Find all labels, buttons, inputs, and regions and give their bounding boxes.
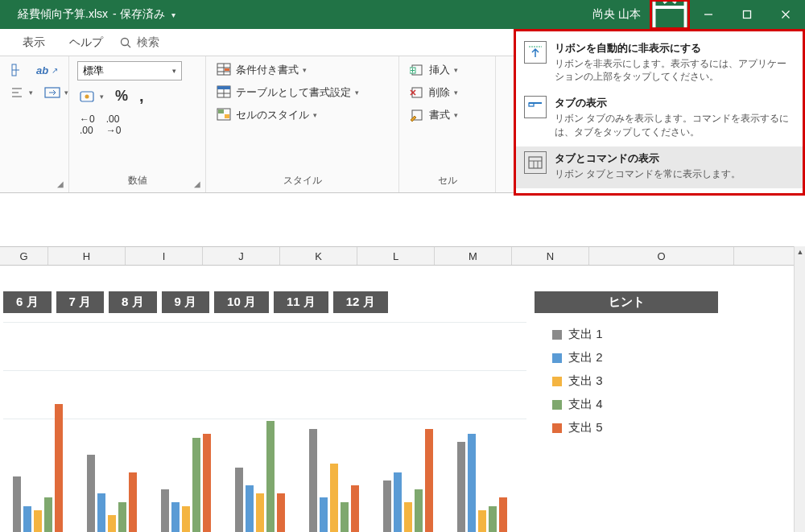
number-format-value: 標準: [83, 64, 104, 78]
col-header-G[interactable]: G: [0, 247, 48, 265]
col-header-K[interactable]: K: [280, 247, 357, 265]
month-9: 9 月: [162, 291, 210, 313]
tab-help[interactable]: ヘルプ: [61, 31, 111, 55]
cell-styles-button[interactable]: セルのスタイル▾: [214, 106, 320, 124]
close-button[interactable]: [766, 0, 805, 29]
svg-rect-28: [217, 86, 230, 89]
insert-label: 挿入: [429, 63, 450, 77]
vertical-scrollbar[interactable]: ▲: [794, 246, 805, 532]
accounting-format-button[interactable]: ▾: [77, 88, 106, 105]
menu-show-tabs-commands[interactable]: タブとコマンドの表示 リボン タブとコマンドを常に表示します。: [516, 146, 803, 188]
increase-decimal-icon: ←0.00: [80, 113, 95, 136]
menu-auto-hide-ribbon[interactable]: リボンを自動的に非表示にする リボンを非表示にします。表示するには、アプリケーシ…: [516, 36, 803, 91]
legend-label-3: 支出 3: [568, 373, 603, 389]
menu-show-tabs-commands-desc: リボン タブとコマンドを常に表示します。: [555, 167, 741, 180]
bar: [394, 472, 402, 532]
dialog-launcher-icon[interactable]: ◢: [57, 179, 64, 188]
month-12: 12 月: [333, 291, 388, 313]
bar: [489, 506, 497, 532]
bar: [351, 485, 359, 532]
chevron-down-icon: ▾: [172, 67, 176, 75]
orientation-icon: ab: [36, 64, 48, 76]
bar: [235, 468, 243, 532]
bar: [309, 429, 317, 532]
format-as-table-button[interactable]: テーブルとして書式設定▾: [214, 84, 361, 101]
svg-rect-26: [225, 68, 229, 71]
title-dropdown-icon[interactable]: ▾: [171, 10, 175, 19]
cell-styles-label: セルのスタイル: [236, 108, 309, 122]
maximize-button[interactable]: [728, 0, 766, 29]
search-label: 検索: [137, 35, 159, 50]
svg-rect-33: [225, 114, 229, 118]
col-header-O[interactable]: O: [589, 247, 734, 265]
delete-cells-button[interactable]: 削除▾: [407, 84, 460, 101]
group-label-styles: スタイル: [283, 175, 322, 186]
cond-fmt-label: 条件付き書式: [236, 63, 299, 77]
bar: [182, 506, 190, 532]
dialog-launcher-icon[interactable]: ◢: [194, 179, 200, 188]
search-icon: [119, 36, 132, 49]
merge-icon: [44, 86, 60, 99]
merge-button[interactable]: ▾: [42, 85, 71, 101]
menu-show-tabs-title: タブの表示: [555, 96, 793, 110]
menu-show-tabs[interactable]: タブの表示 リボン タブのみを表示します。コマンドを表示するには、タブをタップし…: [516, 91, 803, 146]
cell-styles-icon: [217, 108, 233, 122]
chart-plot-area: [3, 322, 526, 532]
maximize-icon: [741, 9, 753, 20]
number-format-combo[interactable]: 標準 ▾: [77, 61, 182, 80]
bar: [44, 497, 52, 532]
bar: [320, 497, 328, 532]
group-alignment-partial: ab ↗ ▾ ▾ ◢: [0, 56, 69, 192]
col-header-N[interactable]: N: [512, 247, 589, 265]
tab-view[interactable]: 表示: [14, 31, 53, 55]
bar: [161, 489, 169, 532]
chart[interactable]: 6 月 7 月 8 月 9 月 10 月 11 月 12 月 ヒント 支出 1 …: [0, 282, 794, 532]
titlebar: 経費傾向予算.xlsx - 保存済み ▾ 尚央 山本: [0, 0, 805, 29]
col-header-M[interactable]: M: [435, 247, 512, 265]
increase-decimal-button[interactable]: ←0.00: [77, 112, 97, 138]
orientation-button[interactable]: ab ↗: [34, 63, 60, 78]
col-header-J[interactable]: J: [203, 247, 280, 265]
percent-button[interactable]: %: [113, 86, 130, 106]
show-tabs-commands-icon: [524, 151, 547, 174]
scroll-up-icon[interactable]: ▲: [795, 246, 805, 258]
format-cells-button[interactable]: 書式▾: [407, 106, 460, 124]
bar: [330, 464, 338, 532]
file-name: 経費傾向予算.xlsx: [0, 7, 108, 22]
delete-label: 削除: [429, 85, 450, 100]
format-table-icon: [217, 85, 233, 100]
legend-swatch-5: [552, 423, 562, 433]
user-name[interactable]: 尚央 山本: [592, 7, 641, 22]
insert-cells-button[interactable]: 挿入▾: [407, 61, 460, 79]
bar: [13, 476, 21, 532]
hint-header: ヒント: [535, 291, 718, 313]
bar: [404, 502, 412, 532]
menu-auto-hide-desc: リボンを非表示にします。表示するには、アプリケーションの上部をタップしてください…: [555, 57, 793, 83]
col-header-H[interactable]: H: [48, 247, 126, 265]
bar: [129, 472, 137, 532]
bar: [499, 497, 507, 532]
bar: [246, 485, 254, 532]
svg-rect-8: [529, 103, 534, 106]
col-header-I[interactable]: I: [126, 247, 203, 265]
bar: [108, 515, 116, 532]
ribbon-display-options-button[interactable]: [650, 0, 689, 29]
minimize-button[interactable]: [689, 0, 728, 29]
tell-me-search[interactable]: 検索: [119, 35, 159, 50]
align-button[interactable]: ▾: [8, 84, 35, 101]
align-icon: [10, 85, 25, 100]
col-header-L[interactable]: L: [357, 247, 435, 265]
wrap-text-partial[interactable]: [8, 61, 27, 79]
bar: [383, 480, 391, 532]
conditional-formatting-button[interactable]: 条件付き書式▾: [214, 61, 309, 79]
comma-button[interactable]: ,: [137, 85, 147, 107]
saved-status: - 保存済み: [113, 7, 165, 22]
currency-icon: [80, 89, 96, 104]
bar: [425, 429, 433, 532]
auto-hide-icon: [524, 41, 547, 64]
worksheet-area: G H I J K L M N O ▲ 6 月 7 月 8 月 9 月 10 月…: [0, 193, 805, 532]
svg-rect-0: [654, 0, 686, 31]
bar: [468, 434, 476, 532]
decrease-decimal-button[interactable]: .00→0: [104, 112, 124, 138]
bar: [277, 493, 285, 532]
